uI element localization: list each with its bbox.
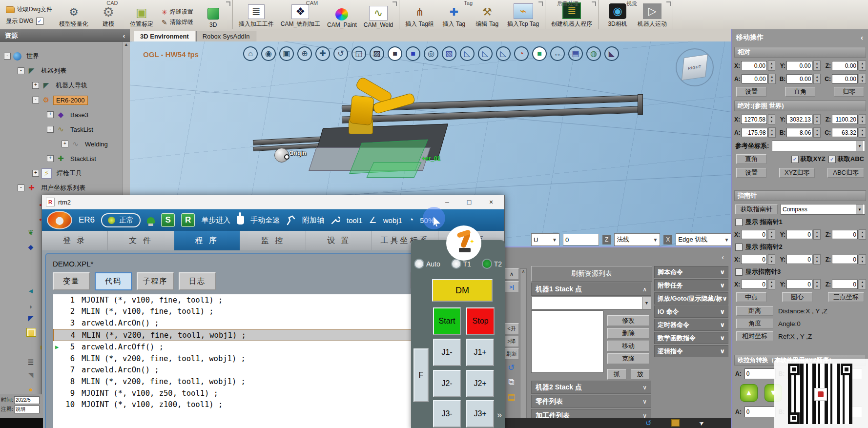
code-line[interactable]: 2MLIN (*, v100, fine, tool1) ; — [53, 306, 456, 318]
coordinate-input[interactable] — [786, 280, 812, 289]
stack-scrollbar[interactable]: ∧∨ — [520, 268, 527, 423]
edge-select[interactable]: Edge 切线 ▼ — [676, 233, 731, 246]
collapse-caret-icon[interactable]: ∨ — [720, 308, 725, 315]
start-button[interactable]: Start — [433, 307, 461, 335]
tab-log[interactable]: 日志 — [179, 272, 216, 290]
ribbon-item[interactable]: ≣ 插入加工工件 — [239, 4, 274, 28]
expander-icon[interactable]: - — [18, 67, 24, 74]
step-mode-label[interactable]: 单步进入 — [201, 216, 230, 225]
checkbox-icon[interactable] — [735, 268, 743, 276]
chevron-down-icon[interactable]: ▼ — [856, 204, 863, 214]
command-section-header[interactable]: 抓放/Goto/显示隐藏/标 ∨ — [654, 292, 728, 305]
sidebar-collapse-icon[interactable]: ‹ — [123, 32, 125, 40]
show-compass3-checkbox[interactable]: 显示指南针3 — [732, 267, 868, 276]
coordinate-input[interactable] — [832, 128, 858, 137]
code-line[interactable]: 9MJOINT (*, v100, z50, tool1) ; — [53, 387, 456, 399]
section-plane-z-icon[interactable]: ◺ — [496, 46, 511, 61]
mode-t2[interactable]: T2 — [482, 259, 502, 269]
collapse-caret-icon[interactable]: ∨ — [720, 321, 725, 328]
measure-distance-icon[interactable]: ↔ — [550, 46, 565, 61]
angle-button[interactable]: 角度 — [736, 319, 773, 328]
coordinate-input[interactable] — [786, 61, 812, 70]
strip-up-button[interactable]: <升 — [504, 323, 519, 334]
coordinate-input[interactable] — [742, 128, 767, 137]
command-section-header[interactable]: 逻辑指令 ∨ — [654, 345, 728, 357]
xyz-zero-button[interactable]: XYZ归零 — [779, 168, 815, 178]
coordinate-input[interactable] — [741, 115, 767, 124]
badge-r[interactable]: R — [181, 213, 195, 227]
f-button[interactable]: F — [413, 348, 429, 402]
spinner-buttons[interactable]: ▲▼ — [768, 229, 775, 240]
code-line[interactable]: 6MLIN (*, v200, fine, tool1, wobj1) ; — [53, 353, 456, 365]
ribbon-item[interactable]: ∿ CAM_Weld — [364, 6, 393, 28]
ribbon-item[interactable]: ⚙ 建模 — [95, 5, 122, 28]
badge-s[interactable]: S — [161, 213, 175, 227]
stop-green-icon[interactable]: ■ — [532, 46, 547, 61]
spinner-buttons[interactable]: ▲▼ — [813, 74, 821, 84]
ribbon-item[interactable]: ● CAM_Paint — [327, 8, 357, 28]
strip-top-button[interactable]: ∧ — [504, 268, 519, 280]
robot-gold-icon[interactable] — [671, 419, 680, 427]
tree-item-er6-2000[interactable]: - ⚙ ER6-2000 — [3, 93, 130, 107]
tree-item-base3[interactable]: + ◆ Base3 — [3, 107, 130, 122]
code-line-executing[interactable]: ▶5arcweld.ArcOff() ; — [53, 341, 456, 353]
spinner-buttons[interactable]: ▲▼ — [859, 61, 866, 71]
code-editor[interactable]: 1MJOINT (*, v100, fine, tool1) ; 2MLIN (… — [53, 294, 457, 428]
tab-robox-sysaddin[interactable]: Robox SysAddIn — [196, 31, 256, 41]
coordinate-input[interactable] — [832, 255, 858, 264]
tab-code[interactable]: 代码 — [95, 272, 132, 290]
spinner-buttons[interactable]: ▲▼ — [859, 229, 866, 240]
menu-program[interactable]: 程 序 — [174, 231, 240, 250]
menu-login[interactable]: 登 录 — [42, 231, 108, 250]
stack-edit-button[interactable]: 移动 — [607, 341, 649, 351]
show-compass1-checkbox[interactable]: 显示 指南针1 — [732, 218, 868, 226]
ribbon-item[interactable]: ⚙ 模型轻量化 — [59, 5, 88, 28]
clipboard-icon[interactable]: ▤ — [504, 390, 518, 403]
render-stop-icon[interactable]: ■ — [388, 46, 402, 61]
coordinate-input[interactable] — [832, 230, 858, 239]
group-expand-icon[interactable] — [666, 1, 671, 6]
section-plane-y-icon[interactable]: ◺ — [478, 46, 493, 61]
spinner-buttons[interactable]: ▲▼ — [813, 114, 821, 124]
relative-action-button[interactable]: 归零 — [834, 87, 864, 97]
get-compass-button[interactable]: 获取指南针 — [735, 204, 778, 214]
normal-select[interactable]: 法线 ▼ — [614, 233, 660, 246]
show-compass2-checkbox[interactable]: 显示 指南针2 — [732, 243, 868, 251]
group-expand-icon[interactable] — [592, 1, 596, 6]
chevron-down-icon[interactable]: ▼ — [856, 141, 863, 151]
tree-item-tasklist[interactable]: - ∿ TaskList — [3, 122, 130, 137]
jog-j3-plus-button[interactable]: J3+ — [466, 400, 494, 428]
coordinate-input[interactable] — [741, 61, 767, 70]
strip-play-button[interactable]: >| — [504, 281, 519, 292]
spinner-buttons[interactable]: ▲▼ — [859, 127, 866, 138]
status-pill[interactable]: 正常 — [101, 213, 141, 227]
jog-j2-plus-button[interactable]: J2+ — [466, 370, 494, 397]
expander-icon[interactable]: + — [32, 170, 39, 177]
menu-settings[interactable]: 设 置 — [306, 231, 372, 250]
strip-down-button[interactable]: >降 — [504, 336, 519, 347]
coordinate-input[interactable] — [786, 255, 812, 264]
refresh-circular-icon[interactable]: ↺ — [504, 361, 518, 374]
record-icon[interactable]: ◔ — [514, 46, 529, 61]
set-button[interactable]: 设置 — [736, 168, 766, 178]
axis-select[interactable]: U ▼ — [531, 233, 559, 246]
command-section-header[interactable]: 脚本命令 ∨ — [654, 266, 728, 278]
ribbon-item[interactable]: ✚ 插入 Tag — [441, 5, 467, 28]
coordinate-input[interactable] — [832, 115, 858, 124]
box-unfold-icon[interactable]: ▤ — [568, 46, 583, 61]
coordinate-input[interactable] — [742, 74, 767, 83]
point-tool-button[interactable]: 三点坐标 — [828, 292, 864, 302]
code-line-selected[interactable]: 4MLIN (*, v200, fine, tool1, wobj1) ; — [53, 329, 456, 342]
maximize-button[interactable]: □ — [460, 198, 478, 206]
code-line[interactable]: 1MJOINT (*, v100, fine, tool1) ; — [53, 294, 456, 306]
radio-t2-icon[interactable] — [482, 259, 492, 269]
collapse-caret-icon[interactable]: ∨ — [720, 268, 725, 276]
relative-action-button[interactable]: 直角 — [785, 87, 815, 97]
show-dwg-toggle[interactable]: 显示 DWG ✓ — [6, 17, 52, 25]
euler-input[interactable] — [744, 407, 776, 417]
point-tool-button[interactable]: 中点 — [736, 292, 766, 302]
ruler-angle-icon[interactable]: ◣ — [604, 46, 619, 61]
expander-icon[interactable]: - — [47, 126, 54, 133]
release-button[interactable]: 放 — [631, 369, 650, 380]
menu-file[interactable]: 文 件 — [108, 231, 174, 250]
